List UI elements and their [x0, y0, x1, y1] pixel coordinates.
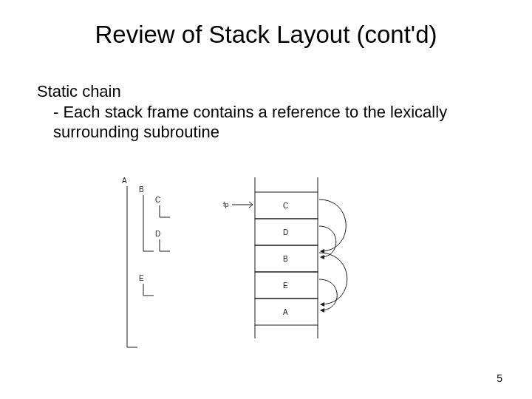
bullet-text: - Each stack frame contains a reference … [37, 102, 495, 143]
page-number: 5 [497, 372, 502, 384]
fp-pointer: fp [223, 201, 253, 208]
stack-diagram: A B C D E fp [111, 177, 406, 362]
nesting-tree: A B C D E [122, 177, 170, 347]
fp-label: fp [223, 201, 229, 208]
frame-label-1: D [283, 228, 288, 236]
stack-frames: C D B E A [255, 177, 318, 338]
subheading: Static chain [37, 81, 495, 102]
slide-title: Review of Stack Layout (cont'd) [0, 0, 532, 55]
frame-label-0: C [283, 202, 288, 210]
static-links [319, 200, 347, 310]
tree-label-a: A [122, 177, 127, 185]
frame-label-4: A [283, 308, 288, 316]
tree-label-e: E [139, 274, 144, 282]
tree-label-b: B [139, 185, 144, 194]
frame-label-2: B [283, 255, 288, 263]
tree-label-c: C [155, 196, 160, 204]
tree-label-d: D [155, 230, 160, 238]
frame-label-3: E [283, 282, 288, 290]
body-text: Static chain - Each stack frame contains… [0, 55, 532, 143]
